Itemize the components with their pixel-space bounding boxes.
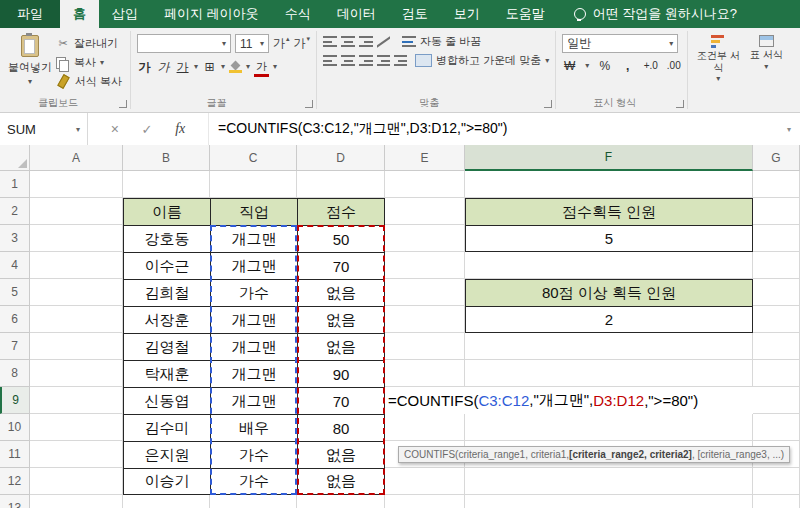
cell-D6[interactable]: 없음 <box>297 306 385 333</box>
cell-G2[interactable] <box>753 198 800 225</box>
cell-C4[interactable]: 개그맨 <box>210 252 297 279</box>
cell-E3[interactable] <box>385 225 465 252</box>
cell-C10[interactable]: 배우 <box>210 414 297 441</box>
row-header-1[interactable]: 1 <box>0 171 30 198</box>
align-middle-icon[interactable] <box>341 36 355 47</box>
cell-G1[interactable] <box>753 171 800 198</box>
cell-A10[interactable] <box>30 414 123 441</box>
number-dialog-launcher-icon[interactable] <box>676 100 684 108</box>
align-left-icon[interactable] <box>323 55 337 66</box>
formula-edit-cell-E9[interactable]: =COUNTIFS(C3:C12,"개그맨",D3:D12,">=80") <box>385 387 753 414</box>
select-all-button[interactable] <box>0 145 30 171</box>
cell-B12[interactable]: 이승기 <box>123 468 210 495</box>
cell-A9[interactable] <box>30 387 123 414</box>
row-header-11[interactable]: 11 <box>0 441 30 468</box>
formula-input[interactable]: =COUNTIFS(C3:C12,"개그맨",D3:D12,">=80") <box>209 113 778 145</box>
row-header-8[interactable]: 8 <box>0 360 30 387</box>
cell-G3[interactable] <box>753 225 800 252</box>
font-dialog-launcher-icon[interactable] <box>305 100 313 108</box>
tab-page-layout[interactable]: 페이지 레이아웃 <box>151 0 272 28</box>
row-header-4[interactable]: 4 <box>0 252 30 279</box>
tab-home[interactable]: 홈 <box>60 0 99 28</box>
cell-B1[interactable] <box>123 171 210 198</box>
cell-D7[interactable]: 없음 <box>297 333 385 360</box>
cut-button[interactable]: ✂ 잘라내기 <box>56 36 122 51</box>
row-header-13[interactable]: 13 <box>0 495 30 508</box>
cell-E10[interactable] <box>385 414 465 441</box>
increase-indent-icon[interactable] <box>394 55 407 66</box>
cell-F5[interactable]: 80점 이상 획득 인원 <box>465 279 753 306</box>
row-header-12[interactable]: 12 <box>0 468 30 495</box>
row-header-7[interactable]: 7 <box>0 333 30 360</box>
cell-D13[interactable] <box>297 495 385 508</box>
cell-A6[interactable] <box>30 306 123 333</box>
cell-E4[interactable] <box>385 252 465 279</box>
cell-A5[interactable] <box>30 279 123 306</box>
tab-data[interactable]: 데이터 <box>324 0 389 28</box>
cell-D2[interactable]: 점수 <box>297 198 385 225</box>
italic-button[interactable]: 가 <box>156 59 171 76</box>
number-format-select[interactable]: 일반 ▾ <box>562 34 678 53</box>
cell-A12[interactable] <box>30 468 123 495</box>
grow-font-button[interactable]: 가 ▴ <box>273 35 290 52</box>
row-header-9[interactable]: 9 <box>0 387 30 414</box>
paste-button[interactable]: 붙여넣기 ▾ <box>6 32 54 86</box>
cell-B2[interactable]: 이름 <box>123 198 210 225</box>
underline-button[interactable]: 가 <box>175 59 190 76</box>
font-name-select[interactable]: ▾ <box>137 34 231 53</box>
tab-review[interactable]: 검토 <box>389 0 441 28</box>
cell-G9[interactable] <box>753 387 800 414</box>
cell-F2[interactable]: 점수획득 인원 <box>465 198 753 225</box>
row-header-3[interactable]: 3 <box>0 225 30 252</box>
comma-style-button[interactable]: , <box>620 57 635 74</box>
borders-button[interactable]: ⊞ <box>202 59 217 76</box>
tab-view[interactable]: 보기 <box>441 0 493 28</box>
cell-D9[interactable]: 70 <box>297 387 385 414</box>
row-header-2[interactable]: 2 <box>0 198 30 225</box>
cell-C3[interactable]: 개그맨 <box>210 225 297 252</box>
decrease-indent-icon[interactable] <box>377 55 390 66</box>
fill-color-button[interactable] <box>229 61 242 73</box>
bold-button[interactable]: 가 <box>137 59 152 76</box>
cell-A13[interactable] <box>30 495 123 508</box>
cell-E7[interactable] <box>385 333 465 360</box>
copy-button[interactable]: 복사 ▾ <box>56 55 122 70</box>
currency-format-button[interactable]: ₩ <box>562 57 577 74</box>
cell-C12[interactable]: 가수 <box>210 468 297 495</box>
tab-formulas[interactable]: 수식 <box>272 0 324 28</box>
row-header-10[interactable]: 10 <box>0 414 30 441</box>
cell-C7[interactable]: 개그맨 <box>210 333 297 360</box>
cell-C6[interactable]: 개그맨 <box>210 306 297 333</box>
font-size-select[interactable]: 11 ▾ <box>235 34 269 53</box>
percent-style-button[interactable]: % <box>597 57 612 74</box>
tell-me-search[interactable]: 어떤 작업을 원하시나요? <box>574 0 737 28</box>
conditional-formatting-button[interactable]: 조건부 서식 ▾ <box>694 32 742 83</box>
column-header-C[interactable]: C <box>210 145 297 171</box>
shrink-font-button[interactable]: 가 ▾ <box>294 35 311 52</box>
cell-A8[interactable] <box>30 360 123 387</box>
cell-C13[interactable] <box>210 495 297 508</box>
clipboard-dialog-launcher-icon[interactable] <box>119 100 127 108</box>
cell-C9[interactable]: 개그맨 <box>210 387 297 414</box>
align-center-icon[interactable] <box>341 55 355 66</box>
column-header-E[interactable]: E <box>385 145 465 171</box>
alignment-dialog-launcher-icon[interactable] <box>544 100 552 108</box>
cell-F1[interactable] <box>465 171 753 198</box>
cell-F4[interactable] <box>465 252 753 279</box>
cell-D1[interactable] <box>297 171 385 198</box>
wrap-text-button[interactable]: 자동 줄 바꿈 <box>402 34 481 49</box>
insert-function-button[interactable]: fx <box>175 121 185 137</box>
cell-G4[interactable] <box>753 252 800 279</box>
cell-G7[interactable] <box>753 333 800 360</box>
font-color-button[interactable]: 가 <box>254 57 269 77</box>
column-header-G[interactable]: G <box>753 145 800 171</box>
cell-A7[interactable] <box>30 333 123 360</box>
cell-D12[interactable]: 없음 <box>297 468 385 495</box>
cell-G12[interactable] <box>753 468 800 495</box>
enter-formula-button[interactable]: ✓ <box>142 122 153 137</box>
column-header-A[interactable]: A <box>30 145 123 171</box>
cell-D5[interactable]: 없음 <box>297 279 385 306</box>
cell-B10[interactable]: 김수미 <box>123 414 210 441</box>
cell-A3[interactable] <box>30 225 123 252</box>
tab-file[interactable]: 파일 <box>0 0 60 28</box>
